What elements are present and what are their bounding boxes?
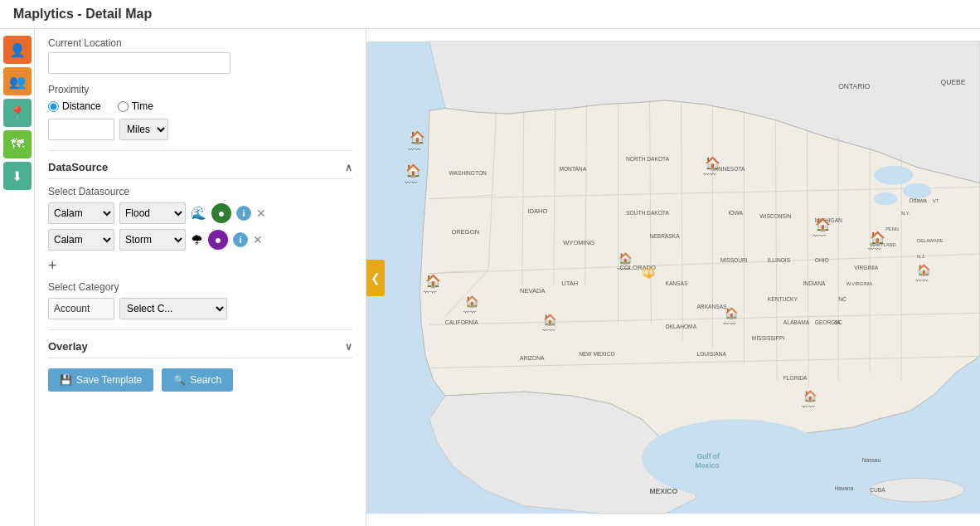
svg-text:〰〰: 〰〰 — [915, 277, 929, 285]
storm-color-dot[interactable]: ● — [208, 230, 228, 250]
svg-text:OREGON: OREGON — [451, 228, 479, 236]
distance-radio[interactable] — [48, 101, 59, 112]
flood-remove-icon[interactable]: ✕ — [256, 207, 266, 220]
svg-text:🏠: 🏠 — [410, 129, 425, 145]
datasource-source-select-2[interactable]: Calam Other — [48, 229, 114, 251]
select-category-label: Select Category — [48, 281, 352, 293]
svg-text:KENTUCKY: KENTUCKY — [768, 296, 798, 302]
datasource-row-2: Calam Other Storm Flood 🌩 ● i ✕ — [48, 229, 352, 251]
svg-text:〰〰: 〰〰 — [405, 179, 418, 187]
svg-text:🏠: 🏠 — [465, 295, 479, 309]
distance-radio-label: Distance — [62, 100, 101, 112]
storm-remove-icon[interactable]: ✕ — [253, 233, 263, 246]
svg-text:🔱: 🔱 — [642, 265, 656, 280]
divider-1 — [48, 150, 352, 151]
svg-text:SC: SC — [834, 319, 842, 325]
svg-text:ONTARIO: ONTARIO — [838, 82, 871, 90]
current-location-input[interactable] — [48, 52, 230, 74]
svg-text:OKLAHOMA: OKLAHOMA — [666, 324, 697, 329]
svg-text:W.VIRGINIA: W.VIRGINIA — [847, 281, 873, 286]
group-icon[interactable]: 👥 — [3, 67, 32, 95]
divider-2 — [48, 329, 352, 330]
distance-radio-option[interactable]: Distance — [48, 100, 101, 112]
save-template-button[interactable]: 💾 Save Template — [48, 368, 153, 392]
current-location-section: Current Location — [48, 37, 352, 74]
svg-text:WASHINGTON: WASHINGTON — [449, 170, 487, 176]
svg-text:🏠: 🏠 — [425, 273, 441, 289]
overlay-chevron[interactable]: ∨ — [345, 341, 352, 353]
svg-text:NEBRASKA: NEBRASKA — [650, 233, 681, 239]
save-icon: 💾 — [60, 374, 72, 386]
distance-row: Miles Km — [48, 119, 352, 140]
save-template-label: Save Template — [76, 374, 142, 386]
svg-text:UTAH: UTAH — [561, 280, 578, 287]
svg-text:MISSOURI: MISSOURI — [720, 257, 748, 263]
svg-text:KANSAS: KANSAS — [666, 280, 688, 286]
download-icon[interactable]: ⬇ — [3, 162, 32, 190]
search-button[interactable]: 🔍 Search — [162, 368, 233, 392]
svg-text:CALIFORNIA: CALIFORNIA — [445, 319, 478, 325]
proximity-label: Proximity — [48, 84, 352, 95]
person-icon[interactable]: 👤 — [3, 36, 32, 64]
svg-text:🏠: 🏠 — [815, 217, 831, 232]
svg-text:〰〰: 〰〰 — [463, 309, 477, 316]
svg-text:NC: NC — [838, 296, 847, 302]
storm-marker-icon: 🌩 — [191, 233, 203, 247]
category-dropdown[interactable]: Select C... Option 1 Option 2 — [119, 298, 227, 319]
svg-text:IOWA: IOWA — [728, 210, 743, 216]
svg-text:MISSISSIPPI: MISSISSIPPI — [752, 335, 785, 341]
overlay-section: Overlay ∨ — [48, 335, 352, 358]
icon-sidebar: 👤 👥 📍 🗺 ⬇ — [0, 29, 35, 526]
flood-info-icon[interactable]: i — [236, 206, 251, 221]
storm-info-icon[interactable]: i — [233, 232, 248, 247]
category-entity-label: Account — [48, 298, 114, 319]
add-datasource-button[interactable]: + — [48, 257, 57, 275]
location-pin-icon[interactable]: 📍 — [3, 99, 32, 127]
svg-text:OHIO: OHIO — [815, 257, 829, 263]
datasource-label: DataSource — [48, 161, 108, 173]
svg-text:🏠: 🏠 — [803, 389, 817, 403]
svg-text:DELAWARE: DELAWARE — [917, 238, 944, 243]
svg-text:〰〰: 〰〰 — [424, 289, 437, 296]
datasource-chevron[interactable]: ∧ — [345, 162, 352, 173]
svg-text:VIRGINIA: VIRGINIA — [854, 265, 879, 270]
datasource-row-1: Calam Other Flood Storm 🌊 ● i ✕ — [48, 202, 352, 224]
svg-text:INDIANA: INDIANA — [803, 280, 826, 286]
svg-text:MONTANA: MONTANA — [559, 166, 586, 172]
overlay-label: Overlay — [48, 340, 88, 353]
map-area[interactable]: ❮ — [366, 29, 980, 526]
side-panel: Current Location Proximity Distance Time… — [35, 29, 366, 526]
svg-text:SOUTH DAKOTA: SOUTH DAKOTA — [626, 210, 669, 216]
svg-text:〰〰: 〰〰 — [703, 171, 716, 178]
app-title: Maplytics - Detail Map — [0, 0, 980, 29]
svg-text:IDAHO: IDAHO — [527, 207, 547, 215]
svg-text:Havana: Havana — [834, 485, 853, 491]
datasource-section: DataSource ∧ Select Datasource Calam Oth… — [48, 156, 352, 319]
svg-text:N.J.: N.J. — [917, 254, 926, 259]
svg-text:NEW MEXICO: NEW MEXICO — [579, 351, 614, 357]
distance-input[interactable] — [48, 119, 114, 140]
unit-select[interactable]: Miles Km — [119, 119, 168, 140]
svg-text:Gulf of: Gulf of — [696, 452, 720, 460]
flood-marker-icon: 🌊 — [191, 206, 206, 221]
svg-text:🏠: 🏠 — [870, 230, 885, 246]
svg-point-27 — [642, 419, 831, 498]
map-icon[interactable]: 🗺 — [3, 130, 32, 158]
time-radio[interactable] — [118, 101, 129, 112]
datasource-type-select-1[interactable]: Flood Storm — [119, 202, 186, 224]
map-toggle-button[interactable]: ❮ — [366, 260, 385, 296]
svg-text:〰〰: 〰〰 — [408, 146, 421, 153]
svg-text:🏠: 🏠 — [725, 306, 739, 320]
svg-text:🏠: 🏠 — [405, 163, 421, 178]
overlay-section-header: Overlay ∨ — [48, 335, 352, 358]
svg-text:ARKANSAS: ARKANSAS — [696, 304, 727, 309]
time-radio-option[interactable]: Time — [118, 100, 153, 112]
proximity-section: Proximity Distance Time Miles Km — [48, 84, 352, 140]
svg-text:MEXICO: MEXICO — [650, 487, 678, 495]
datasource-type-select-2[interactable]: Storm Flood — [119, 229, 186, 251]
svg-text:Nassau: Nassau — [862, 457, 881, 463]
datasource-source-select-1[interactable]: Calam Other — [48, 202, 114, 224]
search-icon: 🔍 — [173, 374, 186, 386]
search-label: Search — [190, 374, 221, 386]
flood-color-dot[interactable]: ● — [211, 203, 231, 223]
